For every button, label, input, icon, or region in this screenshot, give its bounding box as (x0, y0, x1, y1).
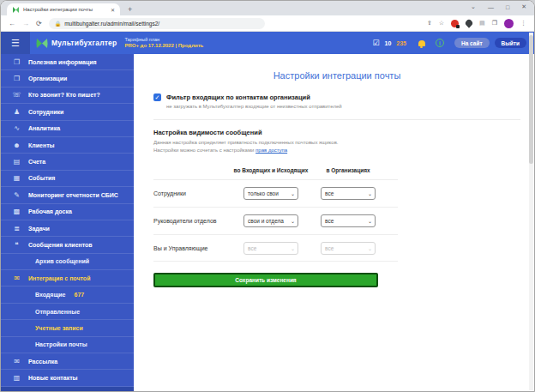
sidebar-item-label: Полезная информация (28, 59, 97, 65)
scrollbar-thumb[interactable] (529, 35, 533, 164)
inbox-outbox-select[interactable]: свои и отдела⌄ (243, 214, 298, 227)
briefcase-icon: ❒ (12, 75, 21, 82)
sidebar-bottom-strip (1, 387, 134, 391)
organizations-select[interactable]: все⌄ (321, 214, 376, 227)
sidebar-item-сообщения-клиентов[interactable]: ❝Сообщения клиентов (1, 237, 134, 253)
filter-label: Фильтр входящих по контактам организаций (166, 93, 310, 101)
info-icon[interactable]: i (436, 39, 444, 47)
new-tab-button[interactable]: + (128, 5, 132, 14)
chevron-down-icon: ⌄ (291, 190, 295, 196)
sidebar-item-label: Аналитика (28, 125, 60, 131)
main-content: Настройки интеграции почты ✓ Фильтр вход… (134, 54, 534, 391)
filter-checkbox[interactable]: ✓ (153, 93, 161, 101)
chevron-down-icon: ⌄ (291, 218, 295, 224)
sidebar-item-полезная-информация[interactable]: ❐Полезная информация (1, 54, 134, 70)
extension-adblock-icon[interactable] (451, 20, 459, 27)
analytics-icon: ∿ (12, 124, 21, 132)
organizations-select[interactable]: все⌄ (321, 187, 376, 200)
sidebar-item-label: Рассылка (28, 359, 57, 365)
sidebar-item-события[interactable]: ▦События (1, 171, 134, 187)
sidebar-item-новые-контакты[interactable]: ▥Новые контакты (1, 370, 134, 386)
tasks-checkbox-icon[interactable]: ☑ (372, 39, 379, 47)
sidebar-item-label: События (28, 175, 55, 181)
visibility-desc-2-text: Настройки можно сочетать с настройками (153, 148, 255, 153)
tab-search-icon[interactable]: ⌄ (471, 3, 476, 10)
extension-pin-icon[interactable] (464, 18, 473, 27)
notifications-count[interactable]: 235 (396, 40, 406, 46)
browser-menu-icon[interactable]: ⋮ (520, 20, 526, 27)
sidebar-item-рассылка[interactable]: ✉Рассылка (1, 353, 134, 370)
select-value: все (325, 245, 334, 251)
clients-icon: ☻ (12, 142, 21, 149)
minimize-icon[interactable]: — (488, 4, 494, 10)
sidebar-item-сотрудники[interactable]: ♟Сотрудники (1, 104, 134, 120)
sidebar-item-входящие[interactable]: Входящие677 (1, 286, 134, 303)
app-logo[interactable]: Мультибухгалтер (36, 39, 117, 48)
report-icon: ✎ (12, 191, 21, 199)
forward-icon[interactable]: → (22, 20, 29, 27)
visibility-desc-1: Данная настройка определяет приватность … (153, 140, 520, 145)
sidebar-item-аналитика[interactable]: ∿Аналитика (1, 121, 134, 137)
column-header-inbox-outbox: во Входящих и Исходящих (234, 167, 309, 173)
save-changes-button[interactable]: Сохранить изменения (153, 273, 378, 287)
mail-icon: ✉ (12, 274, 21, 282)
sidebar-item-интеграция-с-почтой[interactable]: ✉Интеграция с почтой (1, 270, 134, 286)
inbox-outbox-select[interactable]: только свои⌄ (243, 187, 298, 200)
filter-note: не загружать в Мультибухгалтер входящие … (166, 104, 520, 109)
share-icon[interactable]: ⇪ (427, 20, 432, 27)
sidebar-item-клиенты[interactable]: ☻Клиенты (1, 137, 134, 154)
sidebar-item-задачи[interactable]: ≣Задачи (1, 220, 134, 237)
select-value: только свои (248, 190, 279, 196)
chevron-down-icon: ⌄ (368, 245, 372, 251)
tab-close-icon[interactable]: ✕ (111, 7, 115, 13)
chevron-down-icon: ⌄ (368, 218, 372, 224)
tab-title: Настройки интеграции почты (23, 7, 107, 12)
app-header: ☰ Мультибухгалтер Тарифный план PRO+ до … (1, 32, 534, 54)
bookmark-star-icon[interactable]: ☆ (439, 20, 444, 27)
browser-tab[interactable]: Настройки интеграции почты ✕ (7, 3, 120, 15)
sidebar-item-кто-звонит-кто-пишет-[interactable]: ☏Кто звонит? Кто пишет? (1, 87, 134, 104)
sidebar-item-label: Учетные записи (35, 325, 83, 331)
close-icon[interactable]: ✕ (521, 3, 526, 10)
sidebar-item-рабочая-доска[interactable]: ▩Рабочая доска (1, 204, 134, 220)
sidebar-item-организации[interactable]: ❒Организации (1, 70, 134, 87)
sidebar-item-label: Интеграция с почтой (28, 275, 90, 281)
url-field[interactable]: 🔒 multibuhgalter.ru/admin/mail/settings2… (49, 18, 265, 29)
sidebar-item-label: Счета (28, 159, 45, 165)
tariff-plan[interactable]: Тарифный план PRO+ до 17.12.2022 | Продл… (124, 37, 203, 50)
select-value: все (248, 245, 256, 251)
logo-butterfly-icon (36, 39, 48, 48)
back-icon[interactable]: ← (9, 20, 15, 27)
sidebar-item-учетные-записи[interactable]: Учетные записи (1, 320, 134, 336)
address-bar: ← → ⟳ 🔒 multibuhgalter.ru/admin/mail/set… (1, 15, 534, 32)
tab-strip: Настройки интеграции почты ✕ + ⌄ — □ ✕ (1, 1, 534, 15)
favicon-butterfly-icon (12, 7, 20, 13)
select-value: все (325, 190, 334, 196)
page-scrollbar[interactable] (529, 33, 533, 390)
bell-icon[interactable] (418, 40, 425, 46)
person-icon: ♟ (12, 108, 21, 116)
sidebar-item-label: Кто звонит? Кто пишет? (28, 92, 100, 98)
mailing-icon: ✉ (12, 358, 21, 365)
visibility-desc-2: Настройки можно сочетать с настройками п… (153, 148, 520, 153)
sidebar-item-отправленные[interactable]: Отправленные (1, 304, 134, 320)
sidebar-item-label: Организации (28, 75, 67, 81)
sidebar-item-мониторинг-отчетности-сбис[interactable]: ✎Мониторинг отчетности СБИС (1, 187, 134, 203)
sidebar-item-архив-сообщений[interactable]: Архив сообщений (1, 254, 134, 270)
calendar-icon: ▦ (12, 174, 21, 182)
to-site-button[interactable]: На сайт (454, 38, 490, 48)
sidebar-item-label: Отправленные (35, 309, 80, 315)
visibility-table: Сотрудникитолько свои⌄все⌄Руководители о… (153, 179, 398, 262)
tasks-count[interactable]: 10 (384, 40, 391, 46)
logout-button[interactable]: Выйти (495, 38, 526, 48)
profile-avatar[interactable] (504, 19, 514, 28)
phone-question-icon: ☏ (12, 91, 21, 99)
hamburger-menu-icon[interactable]: ☰ (1, 32, 30, 54)
reload-icon[interactable]: ⟳ (36, 20, 42, 27)
maximize-icon[interactable]: □ (506, 4, 509, 10)
side-panel-icon[interactable]: ❐ (492, 20, 497, 27)
access-rights-link[interactable]: прав доступа (255, 148, 287, 153)
sidebar-item-настройки-почты[interactable]: Настройки почты (1, 337, 134, 353)
extension-gray-icon[interactable]: ▤ (479, 20, 485, 27)
sidebar-item-счета[interactable]: ▤Счета (1, 154, 134, 170)
